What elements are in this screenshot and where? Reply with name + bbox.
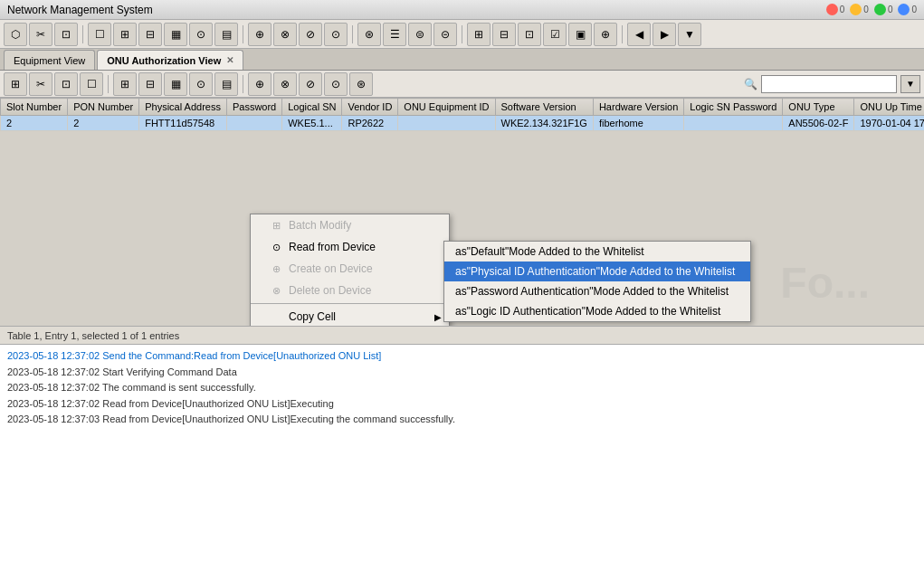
col-hardware-version: Hardware Version [593, 99, 683, 116]
copy-cell-icon [269, 309, 283, 324]
col-slot-number: Slot Number [1, 99, 68, 116]
toolbar-btn-20[interactable]: ⊡ [518, 23, 541, 46]
search-area: 🔍 ▼ [744, 75, 920, 93]
col-physical-address: Physical Address [139, 99, 227, 116]
toolbar-btn-new[interactable]: ⬡ [4, 23, 27, 46]
submenu-password-mode[interactable]: as"Password Authentication"Mode Added to… [444, 281, 750, 301]
toolbar-btn-17[interactable]: ⊝ [433, 23, 457, 46]
secondary-sep-2 [243, 75, 243, 93]
create-device-icon: ⊕ [269, 261, 283, 276]
toolbar-btn-22[interactable]: ▣ [568, 23, 592, 46]
col-logic-sn-password: Logic SN Password [684, 99, 783, 116]
toolbar-btn-11[interactable]: ⊗ [273, 23, 297, 46]
secondary-btn-3[interactable]: ⊡ [54, 72, 78, 96]
tab-onu-authorization-view[interactable]: ONU Authorization View ✕ [97, 50, 243, 70]
toolbar-btn-copy[interactable]: ⊡ [54, 23, 78, 46]
submenu-logic-id-mode[interactable]: as"Logic ID Authentication"Mode Added to… [444, 301, 750, 321]
toolbar-sep-5 [622, 25, 623, 43]
secondary-btn-10[interactable]: ⊕ [248, 72, 271, 96]
toolbar-btn-nav-fwd[interactable]: ▶ [653, 23, 676, 46]
cell-hardware: fiberhome [593, 116, 683, 131]
read-device-icon: ⊙ [269, 240, 283, 254]
toolbar-btn-nav-back[interactable]: ◀ [627, 23, 651, 46]
secondary-btn-4[interactable]: ☐ [80, 72, 103, 96]
submenu: as"Default"Mode Added to the Whitelist a… [443, 241, 751, 322]
traffic-light-blue-group: 0 [898, 4, 917, 15]
cell-physical: FHTT11d57548 [139, 116, 227, 131]
context-menu: ⊞ Batch Modify ⊙ Read from Device ⊕ Crea… [250, 214, 450, 326]
table-row[interactable]: 2 2 FHTT11d57548 WKE5.1... RP2622 WKE2.1… [1, 116, 925, 131]
secondary-btn-7[interactable]: ▦ [164, 72, 187, 96]
secondary-btn-1[interactable]: ⊞ [4, 72, 27, 96]
main-content: Fo... Slot Number PON Number Physical Ad… [0, 98, 924, 580]
toolbar-btn-19[interactable]: ⊟ [492, 23, 516, 46]
secondary-btn-5[interactable]: ⊞ [113, 72, 137, 96]
submenu-password-mode-label: as"Password Authentication"Mode Added to… [455, 285, 729, 298]
secondary-btn-8[interactable]: ⊙ [189, 72, 213, 96]
ctx-batch-modify-label: Batch Modify [289, 219, 351, 232]
col-password: Password [226, 99, 281, 116]
traffic-light-red [826, 4, 838, 15]
toolbar-btn-15[interactable]: ☰ [383, 23, 406, 46]
tab-close-onu[interactable]: ✕ [226, 55, 233, 65]
search-input[interactable] [761, 75, 897, 93]
toolbar-btn-9[interactable]: ▤ [214, 23, 238, 46]
traffic-light-blue [898, 4, 910, 15]
col-onu-equipment-id: ONU Equipment ID [398, 99, 495, 116]
secondary-btn-9[interactable]: ▤ [214, 72, 238, 96]
log-entry-1: 2023-05-18 12:37:02 Start Verifying Comm… [7, 365, 917, 381]
cell-logic-sn [684, 116, 783, 131]
toolbar-btn-4[interactable]: ☐ [88, 23, 111, 46]
secondary-btn-2[interactable]: ✂ [29, 72, 52, 96]
table-area: Fo... Slot Number PON Number Physical Ad… [0, 98, 924, 326]
log-link-0[interactable]: 2023-05-18 12:37:02 Send the Command:Rea… [7, 350, 381, 361]
ctx-read-from-device[interactable]: ⊙ Read from Device [251, 236, 449, 258]
log-entry-2: 2023-05-18 12:37:02 The command is sent … [7, 380, 917, 396]
toolbar-btn-21[interactable]: ☑ [543, 23, 567, 46]
toolbar-btn-nav-down[interactable]: ▼ [678, 23, 701, 46]
traffic-light-green [874, 4, 886, 15]
submenu-default-mode-label: as"Default"Mode Added to the Whitelist [455, 245, 644, 258]
status-text: Table 1, Entry 1, selected 1 of 1 entrie… [7, 330, 179, 341]
yellow-count: 0 [863, 5, 869, 14]
toolbar-btn-cut[interactable]: ✂ [29, 23, 52, 46]
toolbar-btn-6[interactable]: ⊟ [138, 23, 162, 46]
cell-vendor: RP2622 [342, 116, 398, 131]
submenu-logic-id-mode-label: as"Logic ID Authentication"Mode Added to… [455, 305, 720, 318]
col-onu-type: ONU Type [783, 99, 854, 116]
table-header-row: Slot Number PON Number Physical Address … [1, 99, 925, 116]
ctx-copy-cell[interactable]: Copy Cell ▶ [251, 306, 449, 326]
log-area: 2023-05-18 12:37:02 Send the Command:Rea… [0, 344, 924, 580]
secondary-btn-6[interactable]: ⊟ [138, 72, 162, 96]
toolbar-btn-8[interactable]: ⊙ [189, 23, 213, 46]
toolbar-btn-12[interactable]: ⊘ [299, 23, 322, 46]
toolbar-btn-13[interactable]: ⊙ [324, 23, 348, 46]
secondary-btn-11[interactable]: ⊗ [273, 72, 297, 96]
ctx-batch-modify: ⊞ Batch Modify [251, 214, 449, 236]
watermark: Fo... [780, 258, 870, 308]
batch-modify-icon: ⊞ [269, 218, 283, 233]
secondary-btn-12[interactable]: ⊘ [299, 72, 322, 96]
cell-logical: WKE5.1... [282, 116, 342, 131]
toolbar-btn-23[interactable]: ⊕ [594, 23, 617, 46]
toolbar-btn-5[interactable]: ⊞ [113, 23, 137, 46]
secondary-btn-13[interactable]: ⊙ [324, 72, 348, 96]
submenu-physical-id-mode[interactable]: as"Physical ID Authentication"Mode Added… [444, 261, 750, 281]
ctx-read-from-device-label: Read from Device [289, 241, 376, 253]
toolbar-btn-16[interactable]: ⊜ [408, 23, 432, 46]
col-vendor-id: Vendor ID [342, 99, 398, 116]
submenu-default-mode[interactable]: as"Default"Mode Added to the Whitelist [444, 242, 750, 261]
toolbar-btn-18[interactable]: ⊞ [467, 23, 491, 46]
toolbar-btn-7[interactable]: ▦ [164, 23, 187, 46]
traffic-lights: 0 0 0 0 [826, 4, 917, 15]
search-dropdown[interactable]: ▼ [900, 75, 920, 93]
traffic-light-yellow [850, 4, 862, 15]
toolbar-btn-10[interactable]: ⊕ [248, 23, 271, 46]
traffic-light-green-group: 0 [874, 4, 893, 15]
toolbar-btn-14[interactable]: ⊛ [357, 23, 381, 46]
toolbar-sep-3 [352, 25, 353, 43]
cell-onu-type: AN5506-02-F [783, 116, 854, 131]
secondary-btn-14[interactable]: ⊛ [349, 72, 373, 96]
tab-equipment-view[interactable]: Equipment View [4, 50, 95, 70]
log-entry-0: 2023-05-18 12:37:02 Send the Command:Rea… [7, 348, 917, 365]
